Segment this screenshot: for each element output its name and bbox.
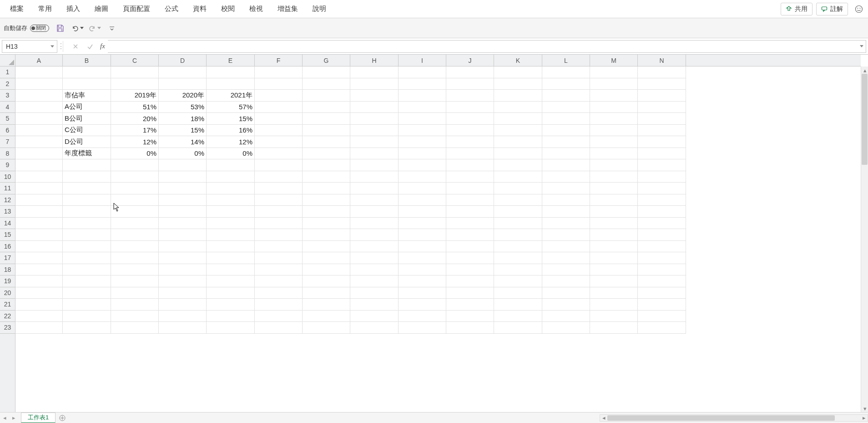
cell-C21[interactable] [111, 299, 159, 311]
cell-K12[interactable] [494, 194, 542, 206]
cell-N16[interactable] [638, 241, 686, 253]
cell-D12[interactable] [159, 194, 207, 206]
cell-A16[interactable] [15, 241, 63, 253]
cell-D15[interactable] [159, 229, 207, 241]
cell-B15[interactable] [63, 229, 111, 241]
row-header-11[interactable]: 11 [0, 183, 15, 194]
cell-N2[interactable] [638, 78, 686, 90]
cell-A15[interactable] [15, 229, 63, 241]
cell-C8[interactable]: 0% [111, 148, 159, 160]
add-sheet-button[interactable] [56, 413, 69, 423]
row-header-17[interactable]: 17 [0, 252, 15, 264]
cell-K13[interactable] [494, 206, 542, 218]
cell-C1[interactable] [111, 66, 159, 78]
cell-A3[interactable] [15, 90, 63, 102]
cell-B6[interactable]: C公司 [63, 125, 111, 137]
cell-J17[interactable] [446, 252, 494, 264]
cell-M4[interactable] [590, 102, 638, 113]
cell-L4[interactable] [542, 102, 590, 113]
formula-input[interactable] [108, 40, 857, 53]
cell-G2[interactable] [303, 78, 350, 90]
cell-J11[interactable] [446, 183, 494, 194]
cell-A21[interactable] [15, 299, 63, 311]
cell-J6[interactable] [446, 125, 494, 137]
cell-C15[interactable] [111, 229, 159, 241]
cell-E21[interactable] [207, 299, 255, 311]
cell-D13[interactable] [159, 206, 207, 218]
cell-E18[interactable] [207, 264, 255, 276]
redo-button[interactable] [88, 22, 101, 35]
cell-D1[interactable] [159, 66, 207, 78]
autosave-toggle[interactable]: 自動儲存 關閉 [4, 24, 49, 32]
cell-N17[interactable] [638, 252, 686, 264]
cell-I23[interactable] [399, 322, 446, 334]
row-header-14[interactable]: 14 [0, 218, 15, 229]
cell-H15[interactable] [350, 229, 399, 241]
cell-K16[interactable] [494, 241, 542, 253]
cell-L6[interactable] [542, 125, 590, 137]
share-button[interactable]: 共用 [781, 3, 812, 15]
horizontal-scrollbar[interactable]: ◂ ▸ [600, 414, 868, 422]
cell-I19[interactable] [399, 275, 446, 287]
vertical-scrollbar[interactable]: ▴ ▾ [861, 66, 868, 412]
cell-H7[interactable] [350, 136, 399, 148]
cell-B11[interactable] [63, 183, 111, 194]
cell-A9[interactable] [15, 159, 63, 171]
cell-E1[interactable] [207, 66, 255, 78]
row-header-22[interactable]: 22 [0, 311, 15, 322]
cell-L23[interactable] [542, 322, 590, 334]
cell-E22[interactable] [207, 311, 255, 322]
cell-B23[interactable] [63, 322, 111, 334]
customize-qat-button[interactable] [106, 22, 118, 35]
cell-M21[interactable] [590, 299, 638, 311]
hscroll-thumb[interactable] [607, 415, 835, 421]
cell-F20[interactable] [255, 287, 303, 299]
cell-A23[interactable] [15, 322, 63, 334]
cell-N22[interactable] [638, 311, 686, 322]
feedback-smiley-button[interactable] [853, 3, 865, 15]
cell-J8[interactable] [446, 148, 494, 160]
cell-G9[interactable] [303, 159, 350, 171]
cell-M17[interactable] [590, 252, 638, 264]
cell-G4[interactable] [303, 102, 350, 113]
tab-data[interactable]: 資料 [186, 0, 214, 18]
cell-N8[interactable] [638, 148, 686, 160]
cell-M13[interactable] [590, 206, 638, 218]
vscroll-thumb[interactable] [862, 74, 868, 165]
cell-M1[interactable] [590, 66, 638, 78]
cell-B13[interactable] [63, 206, 111, 218]
cell-L20[interactable] [542, 287, 590, 299]
cell-D23[interactable] [159, 322, 207, 334]
cell-H12[interactable] [350, 194, 399, 206]
tab-scroll-left[interactable]: ◂ [0, 413, 9, 423]
cell-L7[interactable] [542, 136, 590, 148]
cell-N23[interactable] [638, 322, 686, 334]
row-header-23[interactable]: 23 [0, 322, 15, 334]
cell-C23[interactable] [111, 322, 159, 334]
scroll-left-arrow-icon[interactable]: ◂ [600, 414, 607, 422]
cell-L2[interactable] [542, 78, 590, 90]
cell-A17[interactable] [15, 252, 63, 264]
tab-help[interactable]: 說明 [305, 0, 333, 18]
cell-F22[interactable] [255, 311, 303, 322]
cell-D17[interactable] [159, 252, 207, 264]
cell-G20[interactable] [303, 287, 350, 299]
cell-J12[interactable] [446, 194, 494, 206]
undo-button[interactable] [71, 22, 84, 35]
cell-E7[interactable]: 12% [207, 136, 255, 148]
cell-I8[interactable] [399, 148, 446, 160]
tab-file[interactable]: 檔案 [3, 0, 31, 18]
col-header-A[interactable]: A [15, 55, 63, 66]
cell-C5[interactable]: 20% [111, 113, 159, 125]
cell-B16[interactable] [63, 241, 111, 253]
cell-F16[interactable] [255, 241, 303, 253]
cell-L10[interactable] [542, 171, 590, 183]
cell-J3[interactable] [446, 90, 494, 102]
cell-I16[interactable] [399, 241, 446, 253]
save-button[interactable] [54, 22, 66, 35]
col-header-E[interactable]: E [207, 55, 255, 66]
cell-D5[interactable]: 18% [159, 113, 207, 125]
cell-N13[interactable] [638, 206, 686, 218]
cell-H10[interactable] [350, 171, 399, 183]
row-header-9[interactable]: 9 [0, 159, 15, 171]
